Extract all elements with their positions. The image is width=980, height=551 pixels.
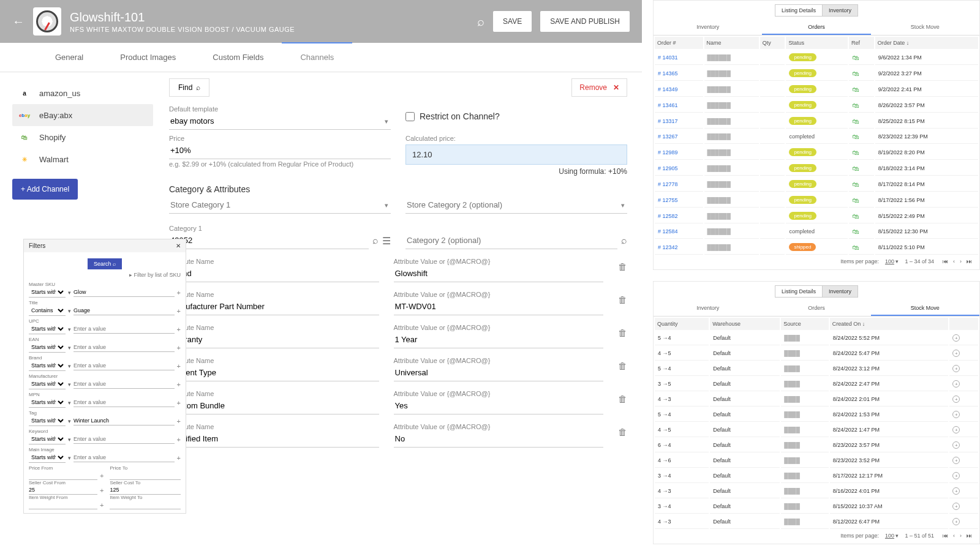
trash-icon[interactable]: 🗑 [618,394,627,407]
attr-value-input[interactable] [394,430,604,448]
filter-value-input[interactable] [74,361,175,370]
attr-name-input[interactable] [169,430,379,448]
table-row[interactable]: 4 →3Default████8/24/2022 2:01 PM+ [655,392,978,407]
ipp-select[interactable]: 100 ▾ [885,258,899,264]
trash-icon[interactable]: 🗑 [618,328,627,340]
tab-general[interactable]: General [37,43,102,72]
add-icon[interactable]: + [177,344,181,351]
table-row[interactable]: 5 →4Default████8/24/2022 3:12 PM+ [655,362,978,376]
table-row[interactable]: 4 →5Default████8/24/2022 1:47 PM+ [655,423,978,437]
table-row[interactable]: 3 →4Default████8/17/2022 12:17 PM+ [655,469,978,483]
back-icon[interactable]: ← [12,15,24,29]
info-icon[interactable]: + [952,334,960,342]
filter-value-input[interactable] [74,416,175,425]
channel-ebay[interactable]: ebay eBay:abx [12,104,153,126]
weight-to-input[interactable] [110,500,181,509]
tab-listing-details[interactable]: Listing Details [775,285,822,298]
channel-amazon[interactable]: a amazon_us [12,82,153,104]
tab-product-images[interactable]: Product Images [102,43,194,72]
attr-value-input[interactable] [394,331,604,348]
info-icon[interactable]: + [952,503,960,510]
inner-tab-inventory[interactable]: Inventory [654,301,762,316]
attr-value-input[interactable] [394,364,604,381]
price-input[interactable] [169,142,391,159]
filter-op-select[interactable]: Starts with [29,434,66,444]
filter-value-input[interactable] [74,453,175,462]
filter-op-select[interactable]: Starts with [29,416,66,426]
filter-op-select[interactable]: Starts with [29,379,66,389]
table-row[interactable]: # 12582██████pending🛍8/15/2022 2:49 PM [655,209,978,223]
filter-op-select[interactable]: Starts with [29,342,66,353]
table-row[interactable]: # 12778██████pending🛍8/17/2022 8:14 PM [655,177,978,192]
inner-tab-orders[interactable]: Orders [762,301,870,316]
search-icon[interactable]: ⌕ [621,235,627,246]
trash-icon[interactable]: 🗑 [618,261,627,274]
filter-value-input[interactable] [74,380,175,389]
filter-op-select[interactable]: Contains [29,305,66,316]
attr-value-input[interactable] [394,397,604,414]
tab-inventory[interactable]: Inventory [822,4,858,17]
table-row[interactable]: # 12755██████pending🛍8/17/2022 1:56 PM [655,193,978,208]
store-cat2-select[interactable] [405,197,627,214]
add-icon[interactable]: + [177,362,181,370]
search-icon[interactable]: ⌕ [372,235,379,246]
filter-op-select[interactable]: Starts with [29,324,66,334]
filter-op-select[interactable]: Starts with [29,361,66,371]
tab-custom-fields[interactable]: Custom Fields [194,43,282,72]
page-next-icon[interactable]: › [960,258,962,264]
restrict-checkbox[interactable]: Restrict on Channel? [405,111,627,121]
table-row[interactable]: 4 →6Default████8/23/2022 3:52 PM+ [655,454,978,468]
table-row[interactable]: # 12905██████pending🛍8/18/2022 3:14 PM [655,161,978,176]
category1-input[interactable] [169,232,369,249]
info-icon[interactable]: + [952,365,960,372]
attr-name-input[interactable] [169,298,379,315]
inner-tab-inventory[interactable]: Inventory [654,20,762,35]
info-icon[interactable]: + [952,518,960,525]
table-row[interactable]: # 13267██████completed🛍8/23/2022 12:39 P… [655,130,978,144]
weight-from-input[interactable] [29,500,97,509]
filter-by-sku-link[interactable]: ▸ Filter by list of SKU [29,272,181,278]
add-channel-button[interactable]: + Add Channel [12,179,78,200]
table-row[interactable]: 3 →5Default████8/24/2022 2:47 PM+ [655,377,978,391]
page-last-icon[interactable]: ⏭ [967,533,972,539]
channel-shopify[interactable]: 🛍 Shopify [12,126,153,148]
add-icon[interactable]: + [177,436,181,443]
filter-value-input[interactable] [74,343,175,352]
cost-to-input[interactable] [110,485,181,495]
info-icon[interactable]: + [952,441,960,449]
filter-value-input[interactable] [74,324,175,334]
filter-value-input[interactable] [74,306,175,315]
table-row[interactable]: 5 →4Default████8/24/2022 1:53 PM+ [655,408,978,422]
attr-name-input[interactable] [169,265,379,282]
channel-walmart[interactable]: ✳ Walmart [12,148,153,170]
add-icon[interactable]: + [177,418,181,425]
list-icon[interactable]: ☰ [382,235,391,247]
table-row[interactable]: 5 →4Default████8/24/2022 5:52 PM+ [655,331,978,345]
close-icon[interactable]: ✕ [176,242,181,249]
category2-input[interactable] [405,232,617,249]
filter-op-select[interactable]: Starts with [29,452,66,463]
tab-inventory[interactable]: Inventory [822,285,858,298]
info-icon[interactable]: + [952,487,960,495]
add-icon[interactable]: + [177,454,181,462]
attr-value-input[interactable] [394,298,604,315]
filter-value-input[interactable] [74,435,175,444]
ipp-select[interactable]: 100 ▾ [885,533,899,539]
table-row[interactable]: # 14349██████pending🛍9/2/2022 2:41 PM [655,82,978,97]
add-icon[interactable]: + [177,289,181,296]
attr-value-input[interactable] [394,265,604,282]
page-last-icon[interactable]: ⏭ [967,258,972,264]
save-publish-button[interactable]: SAVE AND PUBLISH [540,11,630,32]
add-icon[interactable]: + [177,307,181,315]
table-row[interactable]: # 13317██████pending🛍8/25/2022 8:15 PM [655,114,978,129]
store-cat1-select[interactable] [169,197,391,214]
tab-channels[interactable]: Channels [282,43,352,72]
info-icon[interactable]: + [952,380,960,388]
trash-icon[interactable]: 🗑 [618,427,627,440]
inner-tab-stockmove[interactable]: Stock Move [871,20,979,35]
default-template-select[interactable] [169,113,391,130]
table-row[interactable]: 4 →5Default████8/24/2022 5:47 PM+ [655,347,978,361]
attr-name-input[interactable] [169,331,379,348]
save-button[interactable]: SAVE [493,11,532,32]
filters-search-button[interactable]: Search ⌕ [88,258,122,269]
